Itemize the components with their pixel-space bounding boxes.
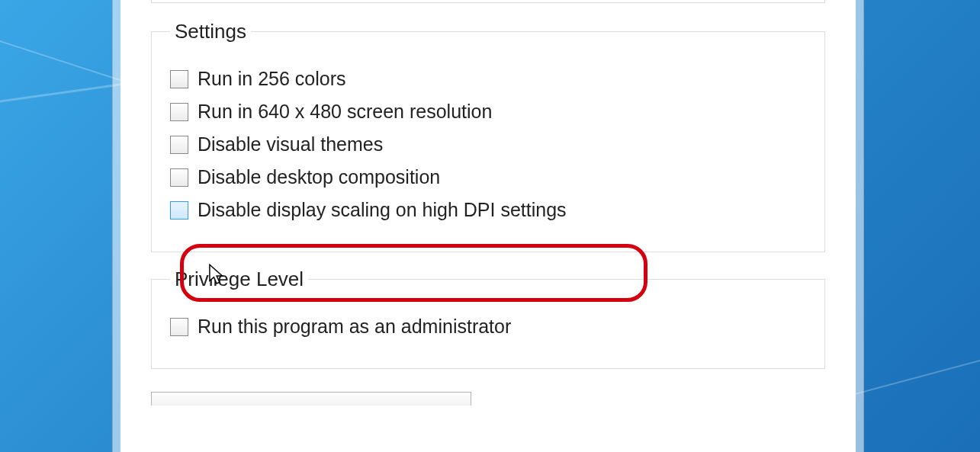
checkbox-icon: [170, 70, 188, 88]
checkbox-label: Run in 640 x 480 screen resolution: [198, 101, 492, 123]
checkbox-run-as-administrator[interactable]: Run this program as an administrator: [170, 316, 806, 338]
checkbox-icon: [170, 168, 188, 187]
checkbox-label: Disable desktop composition: [198, 166, 440, 188]
settings-group: Settings Run in 256 colors Run in 640 x …: [151, 20, 825, 252]
checkbox-label: Run in 256 colors: [198, 68, 346, 90]
checkbox-label: Disable visual themes: [198, 133, 383, 155]
privilege-level-group-legend: Privilege Level: [170, 268, 308, 291]
dialog-window-frame: Settings Run in 256 colors Run in 640 x …: [112, 0, 864, 452]
checkbox-icon: [170, 136, 188, 154]
dialog-client-area: Settings Run in 256 colors Run in 640 x …: [120, 0, 856, 452]
checkbox-run-256-colors[interactable]: Run in 256 colors: [170, 68, 806, 90]
privilege-level-group: Privilege Level Run this program as an a…: [151, 268, 825, 369]
checkbox-label: Disable display scaling on high DPI sett…: [198, 199, 567, 221]
checkbox-icon: [170, 318, 188, 336]
checkbox-disable-visual-themes[interactable]: Disable visual themes: [170, 133, 806, 155]
checkbox-icon: [170, 103, 188, 121]
change-settings-for-all-users-button[interactable]: [151, 392, 471, 406]
checkbox-run-640x480[interactable]: Run in 640 x 480 screen resolution: [170, 101, 806, 123]
checkbox-label: Run this program as an administrator: [198, 316, 511, 338]
settings-group-legend: Settings: [170, 20, 251, 43]
checkbox-disable-desktop-composition[interactable]: Disable desktop composition: [170, 166, 806, 188]
compatibility-mode-group-partial: [151, 0, 825, 3]
checkbox-disable-dpi-scaling[interactable]: Disable display scaling on high DPI sett…: [170, 199, 806, 221]
checkbox-icon: [170, 201, 188, 220]
